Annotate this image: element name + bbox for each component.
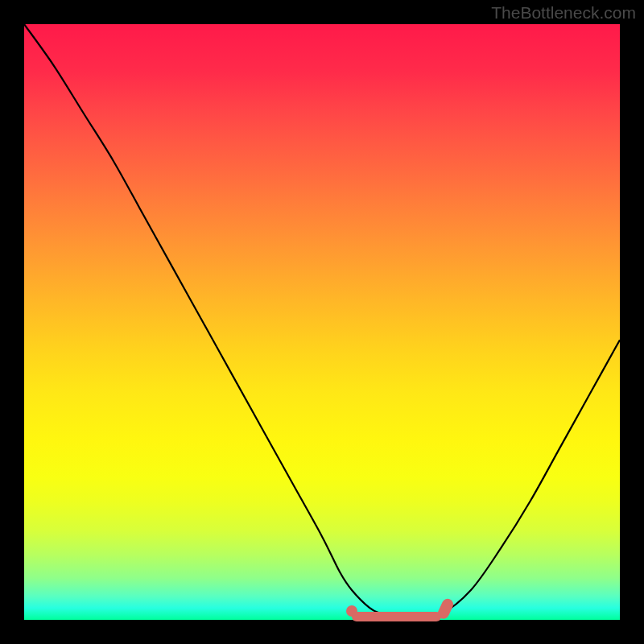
chart-plot-area — [24, 24, 620, 620]
optimal-region-marker — [352, 612, 441, 621]
bottleneck-curve — [24, 24, 620, 620]
watermark-text: TheBottleneck.com — [491, 3, 636, 23]
